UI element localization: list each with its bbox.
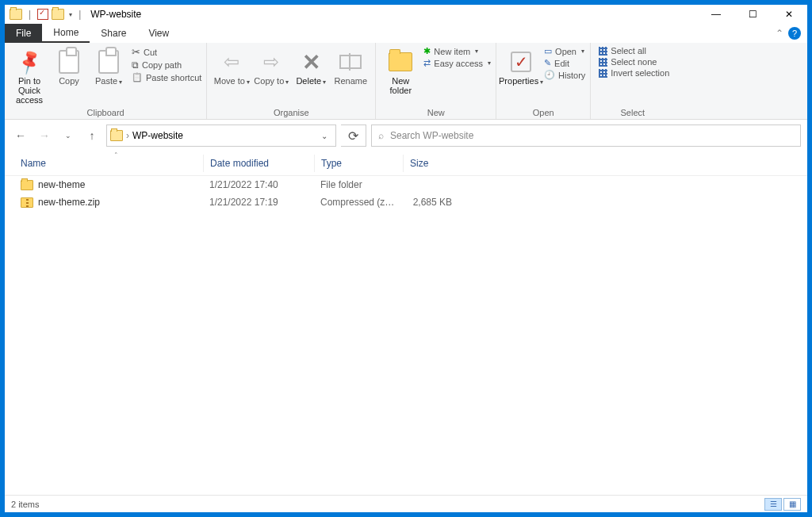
paste-shortcut-icon bbox=[132, 72, 143, 82]
file-list: new-theme1/21/2022 17:40File foldernew-t… bbox=[5, 176, 807, 495]
file-name: new-theme.zip bbox=[38, 197, 100, 208]
new-item-button[interactable]: New item▾ bbox=[423, 46, 491, 56]
search-box[interactable]: ⌕ Search WP-website bbox=[371, 124, 801, 147]
paste-button[interactable]: Paste▾ bbox=[89, 46, 128, 89]
nav-forward-button[interactable]: → bbox=[35, 126, 54, 145]
titlebar: | ▾ | WP-website — ☐ ✕ bbox=[5, 5, 807, 24]
new-item-icon bbox=[423, 46, 431, 56]
group-clipboard: 📌 Pin to Quick access Copy Paste▾ Cut Co… bbox=[5, 43, 207, 119]
close-button[interactable]: ✕ bbox=[771, 5, 807, 24]
file-row[interactable]: new-theme.zip1/21/2022 17:19Compressed (… bbox=[5, 193, 807, 211]
paste-icon bbox=[98, 50, 119, 74]
tab-view[interactable]: View bbox=[137, 24, 180, 43]
tab-file[interactable]: File bbox=[5, 24, 42, 43]
address-folder-icon bbox=[110, 130, 123, 141]
qat-dropdown-icon[interactable]: ▾ bbox=[69, 11, 72, 18]
titlebar-folder-icon bbox=[10, 9, 22, 20]
refresh-button[interactable]: ⟳ bbox=[341, 124, 366, 147]
invert-selection-button[interactable]: Invert selection bbox=[599, 68, 669, 78]
group-organise: ⇦ Move to▾ ⇨ Copy to▾ ✕ Delete▾ Rename O… bbox=[207, 43, 376, 119]
collapse-ribbon-icon[interactable]: ⌃ bbox=[776, 28, 783, 39]
pin-quick-access-button[interactable]: 📌 Pin to Quick access bbox=[10, 46, 49, 106]
address-bar-row: ← → ⌄ ↑ › WP-website ⌄ ⟳ ⌕ Search WP-web… bbox=[5, 120, 807, 151]
file-date: 1/21/2022 17:19 bbox=[203, 195, 314, 209]
file-size: 2,685 KB bbox=[403, 195, 458, 209]
copy-button[interactable]: Copy bbox=[49, 46, 89, 87]
select-none-button[interactable]: Select none bbox=[599, 57, 669, 67]
open-icon bbox=[544, 46, 552, 56]
ribbon-tabs: File Home Share View ⌃ ? bbox=[5, 24, 807, 43]
file-size bbox=[403, 178, 458, 192]
edit-button[interactable]: Edit bbox=[544, 58, 585, 68]
file-row[interactable]: new-theme1/21/2022 17:40File folder bbox=[5, 176, 807, 193]
col-date[interactable]: Date modified bbox=[203, 155, 314, 172]
file-type: Compressed (zipp... bbox=[314, 195, 403, 209]
history-button[interactable]: History bbox=[544, 70, 585, 80]
rename-button[interactable]: Rename bbox=[331, 46, 370, 87]
history-icon bbox=[544, 70, 555, 80]
paste-shortcut-button[interactable]: Paste shortcut bbox=[132, 72, 201, 82]
file-date: 1/21/2022 17:40 bbox=[203, 178, 314, 192]
move-to-button[interactable]: ⇦ Move to▾ bbox=[212, 46, 251, 89]
copy-to-button[interactable]: ⇨ Copy to▾ bbox=[251, 46, 291, 89]
easy-access-button[interactable]: Easy access▾ bbox=[423, 58, 491, 68]
maximize-button[interactable]: ☐ bbox=[734, 5, 771, 24]
address-path: WP-website bbox=[132, 130, 183, 141]
copyto-icon: ⇨ bbox=[263, 51, 279, 73]
edit-icon bbox=[544, 58, 551, 68]
nav-up-button[interactable]: ↑ bbox=[82, 126, 102, 145]
open-button[interactable]: Open▾ bbox=[544, 46, 585, 56]
select-all-icon bbox=[599, 47, 607, 56]
address-bar[interactable]: › WP-website ⌄ bbox=[106, 124, 336, 147]
address-dropdown-icon[interactable]: ⌄ bbox=[316, 132, 332, 140]
select-all-button[interactable]: Select all bbox=[599, 46, 669, 56]
col-type[interactable]: Type bbox=[314, 155, 403, 172]
nav-recent-button[interactable]: ⌄ bbox=[59, 126, 78, 145]
group-new: New folder New item▾ Easy access▾ New bbox=[376, 43, 496, 119]
copy-path-icon bbox=[132, 59, 139, 71]
search-placeholder: Search WP-website bbox=[390, 130, 473, 141]
view-icons-button[interactable]: ▦ bbox=[783, 498, 801, 511]
tab-share[interactable]: Share bbox=[90, 24, 137, 43]
new-folder-button[interactable]: New folder bbox=[381, 46, 420, 97]
folder-icon bbox=[21, 180, 33, 190]
select-none-icon bbox=[599, 58, 607, 67]
qat-separator: | bbox=[29, 9, 31, 20]
view-details-button[interactable]: ☰ bbox=[764, 498, 782, 511]
new-folder-icon bbox=[389, 52, 412, 71]
sort-icon: ˄ bbox=[114, 151, 118, 159]
tab-home[interactable]: Home bbox=[42, 24, 90, 43]
invert-icon bbox=[599, 69, 607, 78]
col-name[interactable]: Name˄ bbox=[5, 155, 203, 172]
window-title: WP-website bbox=[90, 9, 141, 20]
file-name: new-theme bbox=[38, 179, 85, 190]
help-icon[interactable]: ? bbox=[788, 27, 801, 40]
copy-icon bbox=[59, 50, 79, 74]
properties-button[interactable]: ✓ Properties▾ bbox=[501, 46, 541, 89]
pin-icon: 📌 bbox=[15, 48, 44, 76]
file-type: File folder bbox=[314, 178, 403, 192]
copy-path-button[interactable]: Copy path bbox=[132, 59, 201, 71]
search-icon: ⌕ bbox=[378, 130, 384, 141]
easy-access-icon bbox=[423, 58, 431, 68]
rename-icon bbox=[339, 55, 362, 69]
column-headers: Name˄ Date modified Type Size bbox=[5, 151, 807, 176]
minimize-button[interactable]: — bbox=[698, 5, 734, 24]
cut-button[interactable]: Cut bbox=[132, 46, 201, 58]
nav-back-button[interactable]: ← bbox=[11, 126, 30, 145]
group-open: ✓ Properties▾ Open▾ Edit History Open bbox=[496, 43, 591, 119]
properties-icon: ✓ bbox=[511, 52, 531, 72]
title-separator: | bbox=[79, 9, 81, 20]
move-icon: ⇦ bbox=[224, 51, 239, 73]
delete-icon: ✕ bbox=[302, 49, 320, 75]
delete-button[interactable]: ✕ Delete▾ bbox=[291, 46, 331, 89]
group-select: Select all Select none Invert selection … bbox=[591, 43, 674, 119]
ribbon: 📌 Pin to Quick access Copy Paste▾ Cut Co… bbox=[5, 43, 807, 120]
qat-properties-icon[interactable] bbox=[37, 9, 48, 20]
qat-newfolder-icon[interactable] bbox=[52, 9, 64, 20]
col-size[interactable]: Size bbox=[403, 155, 458, 172]
status-bar: 2 items ☰ ▦ bbox=[5, 495, 807, 512]
item-count: 2 items bbox=[11, 500, 39, 509]
explorer-window: | ▾ | WP-website — ☐ ✕ File Home Share V… bbox=[4, 4, 808, 513]
zip-icon bbox=[21, 197, 33, 208]
